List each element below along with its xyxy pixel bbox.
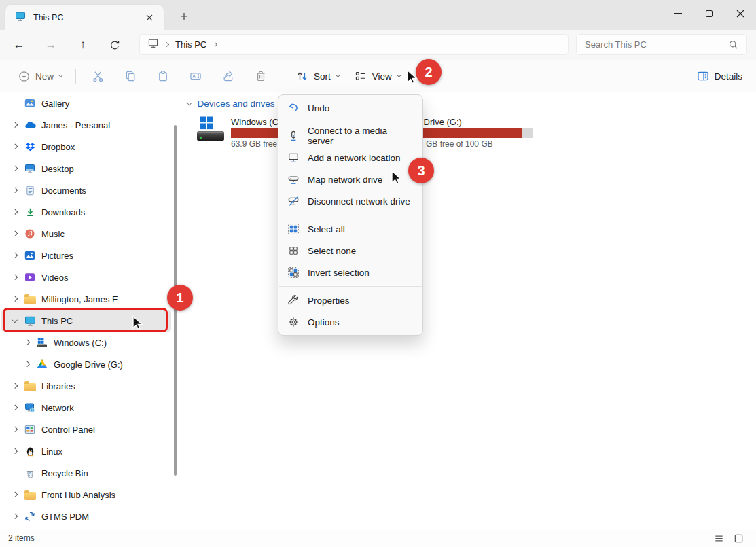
chevron-right-icon[interactable] (12, 209, 18, 215)
menu-item-invert-selection[interactable]: Invert selection (278, 262, 422, 283)
cut-button[interactable] (82, 65, 114, 88)
menu-item-add-network-location[interactable]: Add a network location (278, 147, 422, 169)
sidebar-item-desktop[interactable]: Desktop (1, 158, 171, 179)
chevron-right-icon[interactable] (12, 188, 18, 193)
group-header-devices-and-drives[interactable]: Devices and drives (187, 99, 275, 109)
chevron-right-icon[interactable] (12, 448, 18, 454)
chevron-down-icon (336, 73, 340, 77)
delete-button[interactable] (245, 65, 277, 88)
copy-button[interactable] (114, 65, 147, 88)
chevron-right-icon[interactable] (12, 166, 18, 171)
menu-separator (279, 215, 422, 215)
toolbar-divider (283, 69, 283, 84)
tab-close-icon[interactable] (142, 10, 157, 25)
menu-item-connect-media-server[interactable]: Connect to a media server (278, 125, 422, 147)
menu-item-undo[interactable]: Undo (278, 97, 422, 119)
chevron-right-icon[interactable] (12, 296, 18, 302)
sort-button[interactable]: Sort (289, 65, 347, 88)
chevron-right-icon[interactable] (12, 231, 18, 236)
menu-item-options[interactable]: Options (278, 311, 422, 333)
view-icon (355, 70, 367, 82)
sidebar-item-windows-c[interactable]: Windows (C:) (1, 332, 171, 353)
sidebar-item-linux[interactable]: Linux (1, 440, 171, 462)
sidebar-item-downloads[interactable]: Downloads (1, 201, 171, 223)
search-input[interactable] (585, 39, 728, 50)
large-icons-view-icon[interactable] (734, 533, 744, 544)
sidebar-item-network[interactable]: Network (1, 397, 171, 419)
share-button[interactable] (212, 65, 245, 88)
back-button[interactable]: ← (8, 34, 30, 56)
sort-icon (296, 70, 308, 82)
sidebar-item-libraries[interactable]: Libraries (1, 375, 171, 397)
up-button[interactable]: ↑ (72, 34, 94, 56)
chevron-right-icon[interactable] (12, 492, 18, 497)
chevron-right-icon[interactable] (12, 383, 18, 389)
sidebar-item-dropbox[interactable]: Dropbox (1, 136, 171, 158)
rename-button[interactable] (179, 65, 212, 88)
onedrive-icon (22, 120, 38, 131)
sidebar-item-recycle-bin[interactable]: Recycle Bin (1, 462, 171, 484)
details-button[interactable]: Details (697, 70, 742, 82)
this-pc-icon (15, 11, 26, 24)
group-header-label: Devices and drives (198, 99, 275, 109)
details-view-icon[interactable] (714, 533, 724, 544)
sidebar-item-millington-james-e[interactable]: Millington, James E (1, 288, 171, 310)
sidebar-item-gallery[interactable]: Gallery (1, 92, 171, 114)
sidebar-item-james-personal[interactable]: James - Personal (1, 114, 171, 136)
desktop-icon (22, 163, 38, 174)
sidebar-item-front-hub-analysis[interactable]: Front Hub Analysis (1, 484, 171, 506)
address-bar[interactable]: This PC (139, 34, 569, 55)
rename-icon (190, 70, 202, 82)
menu-item-select-all[interactable]: Select all (278, 218, 422, 240)
chevron-down-icon (397, 73, 401, 77)
chevron-right-icon[interactable] (24, 340, 30, 345)
view-button[interactable]: View (347, 65, 408, 88)
sidebar-item-pictures[interactable]: Pictures (1, 245, 171, 266)
view-button-label: View (372, 71, 392, 82)
undo-icon (287, 102, 300, 114)
chevron-right-icon[interactable] (12, 405, 18, 410)
hard-drive-icon (196, 116, 225, 144)
chevron-right-icon[interactable] (12, 144, 18, 149)
chevron-down-icon[interactable] (187, 100, 192, 105)
folder-icon (22, 294, 38, 304)
command-toolbar: New Sort View (0, 60, 756, 92)
statusbar-divider (43, 533, 43, 543)
sidebar-item-control-panel[interactable]: Control Panel (1, 419, 171, 440)
disconnect-network-drive-icon (287, 195, 300, 207)
sidebar-item-videos[interactable]: Videos (1, 266, 171, 288)
chevron-right-icon[interactable] (12, 275, 18, 280)
sidebar-item-documents[interactable]: Documents (1, 179, 171, 201)
sidebar-item-gtms-pdm[interactable]: GTMS PDM (1, 506, 171, 527)
media-server-icon (287, 130, 300, 142)
forward-button[interactable]: → (40, 34, 62, 56)
refresh-button[interactable] (104, 34, 126, 56)
paste-button[interactable] (147, 65, 179, 88)
new-button[interactable]: New (11, 65, 70, 88)
new-button-label: New (35, 71, 54, 82)
up-icon: ↑ (80, 38, 86, 52)
wrench-icon (287, 294, 300, 306)
search-icon (728, 39, 738, 50)
chevron-right-icon[interactable] (12, 253, 18, 258)
maximize-button[interactable] (694, 0, 725, 27)
tab-this-pc[interactable]: This PC (5, 5, 164, 30)
drive-name: Windows (C:) (231, 117, 284, 127)
search-box[interactable] (576, 34, 747, 55)
chevron-right-icon[interactable] (12, 122, 18, 128)
sidebar-item-google-drive[interactable]: Google Drive (G:) (1, 353, 171, 375)
chevron-right-icon[interactable] (12, 427, 18, 432)
new-tab-button[interactable] (175, 7, 193, 25)
minimize-button[interactable] (662, 0, 694, 27)
menu-item-disconnect-network-drive[interactable]: Disconnect network drive (278, 190, 422, 212)
breadcrumb-this-pc[interactable]: This PC (175, 39, 206, 50)
chevron-right-icon[interactable] (12, 514, 18, 519)
menu-item-select-none[interactable]: Select none (278, 240, 422, 262)
menu-item-properties[interactable]: Properties (278, 289, 422, 311)
chevron-right-icon[interactable] (24, 361, 30, 367)
close-button[interactable] (725, 0, 756, 27)
cursor-icon (403, 69, 420, 85)
sidebar-item-music[interactable]: Music (1, 223, 171, 245)
control-panel-icon (22, 424, 38, 435)
window-controls (662, 0, 756, 27)
